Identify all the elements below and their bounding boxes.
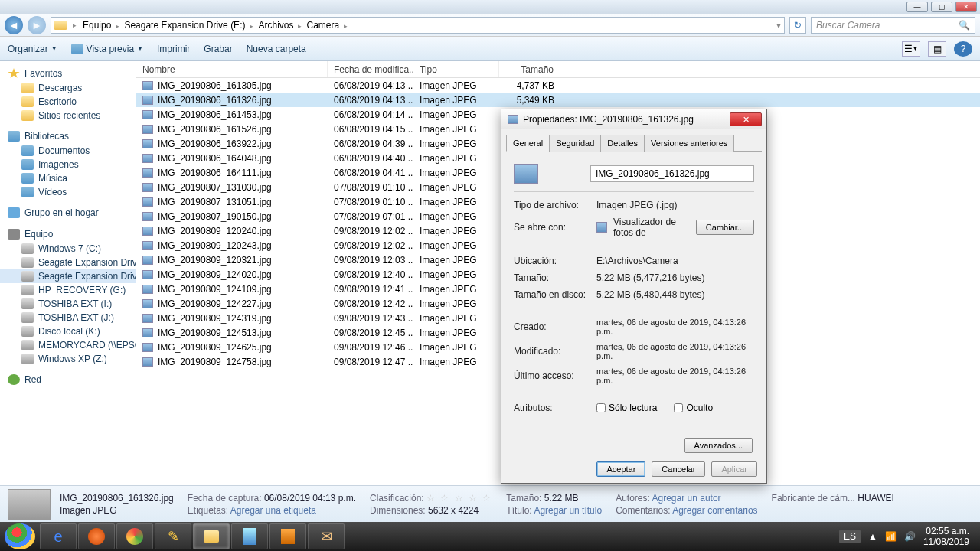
- change-app-button[interactable]: Cambiar...: [696, 220, 754, 235]
- sidebar-libraries[interactable]: Bibliotecas: [0, 129, 136, 144]
- forward-button[interactable]: ►: [28, 16, 46, 34]
- file-row[interactable]: IMG_20190806_161326.jpg06/08/2019 04:13 …: [136, 93, 980, 107]
- hidden-checkbox[interactable]: Oculto: [674, 403, 713, 413]
- drive-icon: [21, 257, 34, 268]
- breadcrumb-item[interactable]: Equipo: [80, 20, 114, 31]
- sidebar-item[interactable]: Documentos: [0, 144, 136, 158]
- details-pane: IMG_20190806_161326.jpg Fecha de captura…: [0, 485, 980, 522]
- view-options-button[interactable]: ☰▼: [902, 41, 920, 57]
- tab-security[interactable]: Seguridad: [549, 135, 601, 152]
- apply-button[interactable]: Aplicar: [711, 461, 757, 477]
- column-size[interactable]: Tamaño: [499, 61, 560, 77]
- image-icon: [142, 343, 153, 352]
- sidebar-item[interactable]: Windows XP (Z:): [0, 352, 136, 366]
- refresh-button[interactable]: ↻: [789, 17, 806, 34]
- rating-stars[interactable]: ☆ ☆ ☆ ☆ ☆: [426, 493, 492, 504]
- tab-details[interactable]: Detalles: [600, 135, 645, 152]
- sidebar-item[interactable]: MEMORYCARD (\\EPSON: [0, 338, 136, 352]
- image-icon: [142, 125, 153, 134]
- sidebar-item[interactable]: Vídeos: [0, 185, 136, 199]
- navigation-bar: ◄ ► ▸ Equipo▸Seagate Expansion Drive (E:…: [0, 14, 980, 37]
- image-icon: [142, 256, 153, 265]
- start-button[interactable]: [5, 523, 35, 549]
- column-headers: Nombre Fecha de modifica... Tipo Tamaño: [136, 61, 980, 78]
- sidebar-item[interactable]: Disco local (K:): [0, 324, 136, 338]
- image-icon: [142, 285, 153, 294]
- sidebar-favorites[interactable]: Favoritos: [0, 66, 136, 81]
- dialog-titlebar[interactable]: Propiedades: IMG_20190806_161326.jpg ✕: [501, 109, 766, 129]
- taskbar-explorer[interactable]: [193, 523, 230, 549]
- drive-icon: [21, 243, 34, 254]
- file-row[interactable]: IMG_20190806_161305.jpg06/08/2019 04:13 …: [136, 78, 980, 93]
- taskbar: e ✎ ✉ ES ▲ 📶 🔊 02:55 a.m. 11/08/2019: [0, 522, 980, 551]
- lib-icon: [21, 159, 34, 170]
- tray-network-icon[interactable]: 📶: [885, 531, 897, 542]
- taskbar-chrome[interactable]: [116, 523, 153, 549]
- ok-button[interactable]: Aceptar: [596, 461, 645, 477]
- sidebar-item[interactable]: HP_RECOVERY (G:): [0, 283, 136, 297]
- file-icon: [508, 115, 518, 124]
- minimize-button[interactable]: —: [906, 2, 928, 12]
- sidebar-item[interactable]: Seagate Expansion Drive (: [0, 256, 136, 269]
- sidebar-item[interactable]: Música: [0, 171, 136, 185]
- breadcrumb[interactable]: ▸ Equipo▸Seagate Expansion Drive (E:)▸Ar…: [51, 17, 785, 34]
- sidebar-item[interactable]: Seagate Expansion Drive (: [0, 269, 136, 283]
- main-content: Favoritos DescargasEscritorioSitios reci…: [0, 61, 980, 485]
- app-icon: [596, 222, 607, 233]
- image-icon: [142, 227, 153, 236]
- tab-general[interactable]: General: [506, 135, 550, 152]
- sidebar-homegroup[interactable]: Grupo en el hogar: [0, 205, 136, 220]
- sidebar-item[interactable]: TOSHIBA EXT (J:): [0, 311, 136, 324]
- taskbar-ie[interactable]: e: [40, 523, 77, 549]
- print-button[interactable]: Imprimir: [157, 44, 190, 54]
- tray-volume-icon[interactable]: 🔊: [904, 531, 916, 542]
- maximize-button[interactable]: ▢: [931, 2, 952, 12]
- library-icon: [8, 131, 20, 142]
- filename-input[interactable]: IMG_20190806_161326.jpg: [590, 165, 754, 182]
- sidebar-network[interactable]: Red: [0, 372, 136, 387]
- sidebar-item[interactable]: Escritorio: [0, 95, 136, 109]
- breadcrumb-item[interactable]: Archivos: [255, 20, 296, 31]
- dialog-close-button[interactable]: ✕: [730, 112, 762, 126]
- image-icon: [142, 154, 153, 163]
- search-input[interactable]: Buscar Camera 🔍: [811, 17, 975, 34]
- tray-flag-icon[interactable]: ▲: [868, 531, 877, 542]
- column-name[interactable]: Nombre: [136, 61, 328, 77]
- sidebar-item[interactable]: TOSHIBA EXT (I:): [0, 297, 136, 311]
- taskbar-app2[interactable]: [231, 523, 268, 549]
- preview-icon: [71, 44, 83, 54]
- column-date[interactable]: Fecha de modifica...: [328, 61, 413, 77]
- close-button[interactable]: ✕: [956, 2, 977, 12]
- tab-versions[interactable]: Versiones anteriores: [644, 135, 734, 152]
- taskbar-app3[interactable]: [270, 523, 306, 549]
- sidebar-item[interactable]: Descargas: [0, 81, 136, 95]
- folder-icon: [54, 21, 67, 30]
- sidebar-item[interactable]: Sitios recientes: [0, 109, 136, 122]
- burn-button[interactable]: Grabar: [204, 44, 232, 54]
- back-button[interactable]: ◄: [5, 16, 23, 34]
- sidebar-item[interactable]: Windows 7 (C:): [0, 242, 136, 256]
- help-button[interactable]: ?: [954, 41, 972, 57]
- preview-pane-button[interactable]: ▤: [928, 41, 946, 57]
- breadcrumb-item[interactable]: Camera: [303, 20, 342, 31]
- new-folder-button[interactable]: Nueva carpeta: [247, 44, 306, 54]
- cancel-button[interactable]: Cancelar: [652, 461, 705, 477]
- clock[interactable]: 02:55 a.m. 11/08/2019: [923, 526, 969, 548]
- taskbar-firefox[interactable]: [78, 523, 115, 549]
- computer-icon: [8, 229, 20, 240]
- window-titlebar: — ▢ ✕: [0, 0, 980, 14]
- preview-button[interactable]: Vista previa▼: [71, 44, 143, 54]
- star-icon: [8, 68, 20, 79]
- taskbar-app4[interactable]: ✉: [308, 523, 345, 549]
- organize-button[interactable]: Organizar▼: [8, 44, 57, 54]
- column-type[interactable]: Tipo: [413, 61, 499, 77]
- breadcrumb-item[interactable]: Seagate Expansion Drive (E:): [121, 20, 248, 31]
- drive-icon: [21, 340, 34, 350]
- readonly-checkbox[interactable]: Sólo lectura: [596, 403, 657, 413]
- taskbar-app1[interactable]: ✎: [155, 523, 191, 549]
- sidebar-item[interactable]: Imágenes: [0, 158, 136, 171]
- language-indicator[interactable]: ES: [839, 530, 861, 543]
- advanced-button[interactable]: Avanzados...: [684, 438, 753, 453]
- sidebar-computer[interactable]: Equipo: [0, 227, 136, 242]
- fold-icon: [21, 110, 34, 121]
